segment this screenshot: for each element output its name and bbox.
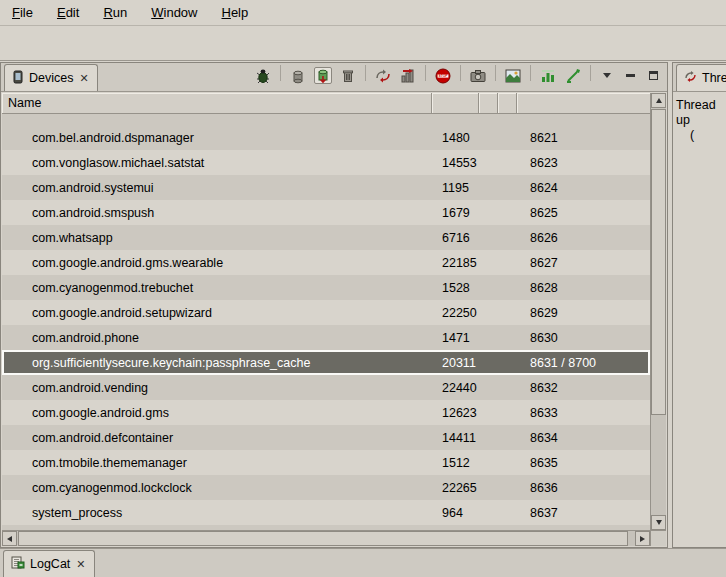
menu-run[interactable]: Run [101,3,129,22]
vertical-scroll-thumb[interactable] [651,109,666,415]
process-row[interactable]: com.android.phone 1471 8630 [2,325,650,350]
stop-process-icon[interactable]: STOP [434,67,452,84]
process-pid: 6716 [432,231,479,245]
update-threads-icon[interactable] [374,67,392,84]
thread-updates-icon[interactable] [539,67,557,84]
menu-help[interactable]: Help [219,3,250,22]
svg-text:STOP: STOP [438,74,448,78]
menu-edit[interactable]: Edit [55,3,81,22]
process-port: 8627 [517,256,650,270]
process-name: com.cyanogenmod.lockclock [2,481,432,495]
process-name: com.google.android.gms [2,406,432,420]
process-row[interactable]: com.bel.android.dspmanager 1480 8621 [2,125,650,150]
column-header-port[interactable] [517,93,650,113]
maximize-icon[interactable] [645,68,661,84]
debug-process-icon[interactable] [254,67,272,84]
column-header-blank2[interactable] [498,93,517,113]
process-row[interactable]: system_process 964 8637 [2,500,650,525]
vertical-scrollbar[interactable] [650,93,666,530]
threads-tab-label: Threa [702,71,726,85]
toolbar-separator [495,65,496,81]
process-port: 8624 [517,181,650,195]
menubar: File Edit Run Window Help [0,0,726,26]
tab-logcat[interactable]: LogCat ✕ [3,550,95,577]
process-pid: 1471 [432,331,479,345]
process-port: 8636 [517,481,650,495]
process-port: 8621 [517,131,650,145]
process-name: com.android.defcontainer [2,431,432,445]
logcat-bar: LogCat ✕ [0,548,726,577]
process-pid: 14553 [432,156,479,170]
toolbar-separator [280,65,281,81]
scroll-up-button[interactable] [651,93,666,108]
process-name: com.whatsapp [2,231,432,245]
update-heap-icon[interactable] [289,67,307,84]
process-pid: 1512 [432,456,479,470]
process-row[interactable]: com.google.android.gms.wearable 22185 86… [2,250,650,275]
process-row[interactable]: com.android.vending 22440 8632 [2,375,650,400]
process-row[interactable]: com.vonglasow.michael.satstat 14553 8623 [2,150,650,175]
heap-updates-icon[interactable] [564,67,582,84]
process-row[interactable]: com.cyanogenmod.trebuchet 1528 8628 [2,275,650,300]
process-name: org.sufficientlysecure.keychain:passphra… [2,356,432,370]
process-pid: 1679 [432,206,479,220]
screen-capture-icon[interactable] [469,67,487,84]
logcat-tab-close-icon[interactable]: ✕ [75,558,86,571]
main-split: Devices ✕ [0,62,726,548]
toolbar-separator [425,65,426,81]
process-port: 8630 [517,331,650,345]
menu-file[interactable]: File [10,3,35,22]
menu-window[interactable]: Window [149,3,199,22]
process-row[interactable]: com.google.android.gms 12623 8633 [2,400,650,425]
tab-threads[interactable]: Threa [676,64,726,91]
process-port: 8625 [517,206,650,220]
process-pid: 964 [432,506,479,520]
process-name: com.android.smspush [2,206,432,220]
column-header-pid[interactable] [432,93,479,113]
process-row[interactable]: com.android.systemui 1195 8624 [2,175,650,200]
devices-tab-close-icon[interactable]: ✕ [78,72,89,85]
horizontal-scroll-thumb[interactable] [18,531,628,546]
devices-panel: Devices ✕ [0,62,668,548]
view-hierarchy-icon[interactable] [504,67,522,84]
logcat-tab-label: LogCat [30,557,70,571]
threads-panel: Threa Thread up ( [672,62,726,548]
process-row[interactable]: com.tmobile.thememanager 1512 8635 [2,450,650,475]
process-name: com.vonglasow.michael.satstat [2,156,432,170]
view-menu-icon[interactable] [599,68,615,84]
process-name: com.google.android.gms.wearable [2,256,432,270]
scroll-right-button[interactable] [635,531,650,546]
toolbar-area [0,26,726,61]
process-port: 8634 [517,431,650,445]
process-port: 8629 [517,306,650,320]
process-row[interactable]: com.android.defcontainer 14411 8634 [2,425,650,450]
tab-devices[interactable]: Devices ✕ [4,64,98,91]
horizontal-scrollbar[interactable] [2,530,650,546]
dump-hprof-icon[interactable] [314,67,332,84]
scroll-down-button[interactable] [651,515,666,530]
process-port: 8628 [517,281,650,295]
process-port: 8637 [517,506,650,520]
process-name: com.cyanogenmod.trebuchet [2,281,432,295]
process-name: com.tmobile.thememanager [2,456,432,470]
process-name: com.android.systemui [2,181,432,195]
toolbar-separator [530,65,531,81]
toolbar-separator [460,65,461,81]
column-header-name[interactable]: Name [2,93,432,113]
process-row[interactable]: com.whatsapp 6716 8626 [2,225,650,250]
cause-gc-icon[interactable] [339,67,357,84]
process-row[interactable]: org.sufficientlysecure.keychain:passphra… [2,350,650,375]
column-header-blank1[interactable] [479,93,498,113]
scroll-left-button[interactable] [2,531,17,546]
process-row[interactable]: com.google.android.setupwizard 22250 862… [2,300,650,325]
process-pid: 22265 [432,481,479,495]
minimize-icon[interactable] [622,68,638,84]
process-row[interactable]: com.android.smspush 1679 8625 [2,200,650,225]
process-pid: 12623 [432,406,479,420]
process-row[interactable]: com.cyanogenmod.lockclock 22265 8636 [2,475,650,500]
process-pid: 22185 [432,256,479,270]
process-port: 8635 [517,456,650,470]
process-port: 8631 / 8700 [517,356,650,370]
method-profiling-icon[interactable] [399,67,417,84]
threads-tabbar: Threa [673,63,726,92]
